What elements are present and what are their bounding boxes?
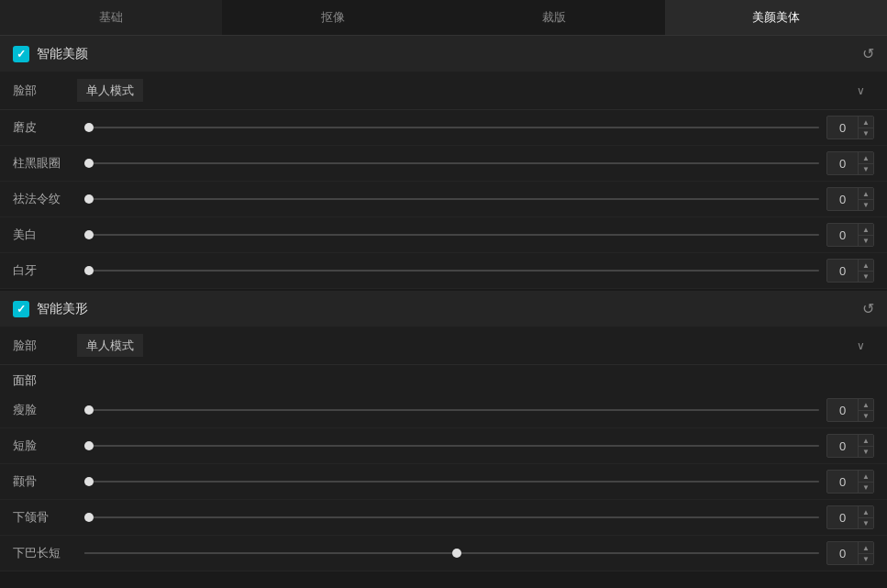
face-beauty-section: 智能美颜 ↺ 脸部 单人模式 多人模式 磨皮 0 ▲ ▼: [0, 36, 887, 289]
slider-track-short-face[interactable]: [84, 445, 819, 447]
slider-row-mopi: 磨皮 0 ▲ ▼: [0, 110, 887, 146]
spinner-up-chin[interactable]: ▲: [859, 542, 873, 553]
face-shape-face-label: 脸部: [13, 338, 77, 354]
spinner-down-jaw[interactable]: ▼: [859, 517, 873, 528]
tab-basic[interactable]: 基础: [0, 0, 222, 35]
slider-label-white: 美白: [13, 227, 77, 243]
face-shape-title: 智能美形: [37, 301, 88, 317]
slider-value-box-teeth: 0 ▲ ▼: [826, 259, 874, 283]
slider-track-white[interactable]: [84, 234, 819, 236]
slider-value-short-face: 0: [827, 437, 858, 456]
face-beauty-mode-row: 脸部 单人模式 多人模式: [0, 72, 887, 110]
spinner-down-chin[interactable]: ▼: [859, 553, 873, 564]
spinner-down-mopi[interactable]: ▼: [859, 128, 873, 139]
slider-row-chin: 下巴长短 0 ▲ ▼: [0, 536, 887, 571]
spinner-up-jaw[interactable]: ▲: [859, 506, 873, 517]
slider-track-teeth[interactable]: [84, 270, 819, 272]
slider-value-box-cheek: 0 ▲ ▼: [826, 470, 874, 494]
face-beauty-header: 智能美颜 ↺: [0, 36, 887, 72]
spinner-down-eye[interactable]: ▼: [859, 163, 873, 174]
spinner-down-short-face[interactable]: ▼: [859, 446, 873, 457]
slider-row-eye: 柱黑眼圈 0 ▲ ▼: [0, 146, 887, 182]
spinner-down-slim[interactable]: ▼: [859, 410, 873, 421]
face-beauty-reset-icon[interactable]: ↺: [862, 45, 874, 62]
slider-track-cheek[interactable]: [84, 481, 819, 483]
slider-label-teeth: 白牙: [13, 262, 77, 279]
slider-row-cheek: 颧骨 0 ▲ ▼: [0, 464, 887, 500]
slider-value-slim: 0: [827, 401, 858, 420]
slider-label-short-face: 短脸: [13, 438, 77, 454]
slider-value-chin: 0: [827, 544, 858, 563]
slider-value-eye: 0: [827, 154, 858, 173]
slider-label-eye: 柱黑眼圈: [13, 155, 77, 172]
sub-section-face: 面部: [0, 365, 887, 393]
slider-track-slim[interactable]: [84, 409, 819, 411]
spinner-up-mopi[interactable]: ▲: [859, 116, 873, 128]
slider-row-jaw: 下颌骨 0 ▲ ▼: [0, 500, 887, 536]
slider-track-chin[interactable]: [84, 552, 819, 554]
tab-layout[interactable]: 裁版: [444, 0, 666, 35]
slider-value-box-white: 0 ▲ ▼: [826, 223, 874, 247]
slider-label-jaw: 下颌骨: [13, 509, 77, 526]
spinner-down-teeth[interactable]: ▼: [859, 271, 873, 282]
face-shape-section: 智能美形 ↺ 脸部 单人模式 多人模式 面部 瘦脸 0 ▲ ▼: [0, 291, 887, 571]
face-shape-header: 智能美形 ↺: [0, 291, 887, 327]
face-shape-mode-select[interactable]: 单人模式 多人模式: [77, 334, 143, 357]
tab-bar: 基础 抠像 裁版 美颜美体: [0, 0, 887, 36]
face-beauty-dropdown-wrapper: 单人模式 多人模式: [77, 79, 874, 102]
spinner-down-white[interactable]: ▼: [859, 235, 873, 246]
slider-value-box-mopi: 0 ▲ ▼: [826, 116, 874, 139]
face-beauty-checkbox[interactable]: [13, 46, 29, 62]
slider-value-box-wrinkle: 0 ▲ ▼: [826, 187, 874, 211]
slider-track-eye[interactable]: [84, 162, 819, 164]
face-shape-reset-icon[interactable]: ↺: [862, 300, 874, 317]
slider-label-mopi: 磨皮: [13, 119, 77, 136]
spinner-up-cheek[interactable]: ▲: [859, 471, 873, 482]
slider-row-white: 美白 0 ▲ ▼: [0, 217, 887, 253]
face-shape-mode-row: 脸部 单人模式 多人模式: [0, 327, 887, 365]
slider-value-teeth: 0: [827, 261, 858, 281]
tab-beauty[interactable]: 美颜美体: [665, 0, 887, 35]
slider-value-box-chin: 0 ▲ ▼: [826, 541, 874, 565]
spinner-up-eye[interactable]: ▲: [859, 152, 873, 163]
slider-row-slim: 瘦脸 0 ▲ ▼: [0, 393, 887, 428]
slider-track-jaw[interactable]: [84, 516, 819, 518]
face-shape-checkbox[interactable]: [13, 301, 29, 317]
slider-label-chin: 下巴长短: [13, 545, 77, 561]
slider-value-box-eye: 0 ▲ ▼: [826, 151, 874, 175]
slider-value-cheek: 0: [827, 472, 858, 492]
slider-row-short-face: 短脸 0 ▲ ▼: [0, 428, 887, 464]
spinner-up-wrinkle[interactable]: ▲: [859, 188, 873, 199]
slider-label-slim: 瘦脸: [13, 402, 77, 418]
spinner-down-wrinkle[interactable]: ▼: [859, 199, 873, 210]
spinner-down-cheek[interactable]: ▼: [859, 482, 873, 493]
slider-value-box-jaw: 0 ▲ ▼: [826, 505, 874, 529]
slider-label-wrinkle: 祛法令纹: [13, 191, 77, 207]
slider-value-wrinkle: 0: [827, 190, 858, 209]
slider-label-cheek: 颧骨: [13, 473, 77, 490]
face-shape-dropdown-wrapper: 单人模式 多人模式: [77, 334, 874, 357]
slider-value-box-short-face: 0 ▲ ▼: [826, 434, 874, 458]
slider-value-mopi: 0: [827, 118, 858, 138]
spinner-up-slim[interactable]: ▲: [859, 399, 873, 410]
slider-row-wrinkle: 祛法令纹 0 ▲ ▼: [0, 182, 887, 217]
spinner-up-short-face[interactable]: ▲: [859, 435, 873, 446]
face-beauty-mode-select[interactable]: 单人模式 多人模式: [77, 79, 143, 102]
face-beauty-title: 智能美颜: [37, 46, 88, 62]
slider-value-box-slim: 0 ▲ ▼: [826, 398, 874, 422]
spinner-up-white[interactable]: ▲: [859, 224, 873, 235]
slider-value-white: 0: [827, 226, 858, 245]
tab-portrait[interactable]: 抠像: [222, 0, 444, 35]
slider-row-teeth: 白牙 0 ▲ ▼: [0, 253, 887, 289]
slider-value-jaw: 0: [827, 508, 858, 527]
slider-track-wrinkle[interactable]: [84, 198, 819, 200]
slider-track-mopi[interactable]: [84, 127, 819, 128]
face-beauty-face-label: 脸部: [13, 83, 77, 99]
spinner-up-teeth[interactable]: ▲: [859, 260, 873, 271]
